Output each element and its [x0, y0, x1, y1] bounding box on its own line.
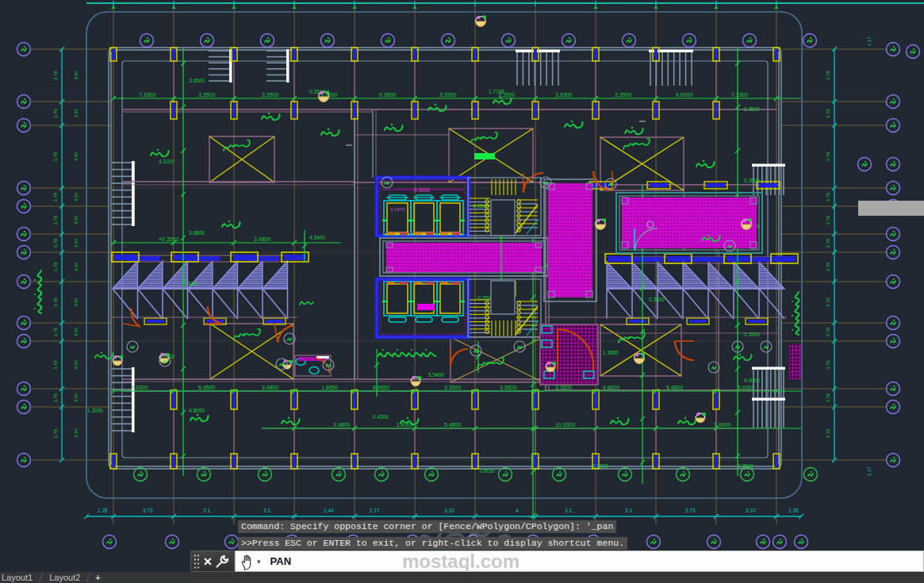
svg-text:3.3500: 3.3500 — [555, 385, 573, 390]
svg-text:0.3500: 0.3500 — [744, 178, 760, 183]
svg-text:4.8000: 4.8000 — [189, 408, 205, 413]
svg-text:4...: 4... — [516, 508, 523, 513]
svg-text:3.79: 3.79 — [53, 109, 58, 118]
svg-text:1.3650: 1.3650 — [603, 350, 619, 355]
svg-text:3.10: 3.10 — [746, 508, 756, 513]
svg-text:0.3500: 0.3500 — [744, 106, 760, 112]
svg-text:1.3000: 1.3000 — [87, 408, 103, 413]
svg-text:+0.3500: +0.3500 — [159, 236, 179, 242]
svg-text:8.84: 8.84 — [74, 263, 79, 271]
svg-text:3.79: 3.79 — [53, 360, 58, 370]
svg-text:8.84: 8.84 — [74, 297, 79, 306]
svg-text:3.1.: 3.1. — [263, 508, 272, 513]
svg-text:5.4800: 5.4800 — [666, 385, 684, 390]
svg-text:8.84: 8.84 — [74, 216, 79, 224]
svg-text:3.79: 3.79 — [53, 71, 58, 80]
svg-text:3.6500: 3.6500 — [189, 78, 205, 83]
svg-text:5.0000: 5.0000 — [414, 187, 430, 193]
svg-text:1.8650: 1.8650 — [321, 385, 339, 390]
svg-text:3.3300: 3.3300 — [555, 92, 573, 98]
svg-text:5.9300: 5.9300 — [738, 385, 755, 390]
svg-text:3.79: 3.79 — [826, 297, 830, 307]
svg-text:3.73: 3.73 — [143, 508, 153, 513]
svg-text:8.84: 8.84 — [74, 429, 79, 438]
svg-text:3.79: 3.79 — [826, 238, 830, 247]
svg-text:3.1.: 3.1. — [203, 508, 212, 513]
svg-text:3.79: 3.79 — [53, 327, 58, 336]
svg-text:3.3500: 3.3500 — [198, 92, 216, 98]
svg-text:4.3.00: 4.3.00 — [159, 159, 173, 164]
svg-text:4.0000: 4.0000 — [744, 378, 760, 383]
svg-text:3.79: 3.79 — [826, 262, 830, 271]
svg-text:0.4300: 0.4300 — [373, 414, 389, 420]
svg-text:3.6650: 3.6650 — [479, 468, 495, 474]
svg-text:3.79: 3.79 — [826, 109, 830, 118]
svg-text:1.28: 1.28 — [98, 508, 108, 513]
svg-text:0.3500: 0.3500 — [744, 332, 760, 337]
svg-text:3.79: 3.79 — [53, 192, 58, 201]
svg-text:3.79: 3.79 — [53, 297, 58, 307]
svg-text:3.79: 3.79 — [826, 215, 830, 224]
svg-text:8.84: 8.84 — [74, 152, 79, 161]
svg-text:3.79: 3.79 — [53, 152, 58, 161]
svg-text:3.3500: 3.3500 — [262, 92, 279, 98]
svg-text:8.84: 8.84 — [74, 71, 79, 79]
svg-text:3.3500: 3.3500 — [500, 385, 517, 390]
svg-text:8.84: 8.84 — [74, 328, 79, 336]
svg-text:-0.3500: -0.3500 — [591, 463, 608, 469]
svg-text:3.1.: 3.1. — [625, 508, 634, 513]
svg-text:3.79: 3.79 — [53, 428, 58, 438]
svg-text:8.8650: 8.8650 — [373, 385, 390, 390]
svg-text:5.4800: 5.4800 — [444, 422, 462, 428]
svg-text:4.8600: 4.8600 — [603, 385, 620, 390]
svg-text:3.79: 3.79 — [826, 393, 830, 402]
svg-text:3.9000: 3.9000 — [714, 422, 731, 428]
svg-text:3.79: 3.79 — [826, 192, 830, 201]
svg-text:3.79: 3.79 — [53, 393, 58, 402]
svg-text:3.4800: 3.4800 — [333, 422, 351, 428]
svg-text:3.3500: 3.3500 — [439, 92, 457, 98]
svg-text:3.6800: 3.6800 — [189, 230, 205, 236]
svg-text:7.3300: 7.3300 — [131, 385, 148, 390]
svg-text:1.17: 1.17 — [867, 466, 872, 476]
svg-text:1.3000: 1.3000 — [182, 281, 198, 286]
svg-text:7.3300: 7.3300 — [731, 92, 749, 98]
svg-text:5.5400: 5.5400 — [428, 372, 444, 378]
svg-text:1.17: 1.17 — [867, 36, 872, 46]
svg-text:5.3500: 5.3500 — [198, 385, 216, 390]
svg-text:3.10: 3.10 — [444, 508, 454, 513]
svg-text:1.28: 1.28 — [788, 508, 799, 513]
svg-text:8.84: 8.84 — [74, 360, 79, 369]
svg-text:3.79: 3.79 — [826, 428, 830, 438]
svg-text:8.84: 8.84 — [74, 239, 79, 247]
svg-text:10.9300: 10.9300 — [555, 422, 575, 428]
svg-text:3.3500: 3.3500 — [444, 385, 462, 390]
svg-text:3.1.: 3.1. — [565, 508, 573, 513]
svg-text:3.79: 3.79 — [826, 327, 830, 336]
svg-text:2.17: 2.17 — [370, 508, 380, 513]
svg-text:3.79: 3.79 — [53, 262, 58, 271]
svg-text:8.84: 8.84 — [74, 193, 79, 201]
svg-text:8.84: 8.84 — [74, 109, 79, 117]
svg-text:1.7745: 1.7745 — [489, 89, 504, 94]
svg-text:3.1970: 3.1970 — [390, 207, 405, 212]
svg-text:4.5400: 4.5400 — [309, 235, 325, 240]
svg-text:3.4800: 3.4800 — [254, 236, 271, 242]
svg-text:3.79: 3.79 — [53, 238, 58, 247]
svg-text:3.79: 3.79 — [826, 360, 830, 370]
svg-text:0.3500: 0.3500 — [649, 297, 665, 302]
svg-text:8.84: 8.84 — [74, 393, 79, 402]
svg-text:3.3500: 3.3500 — [615, 92, 632, 98]
svg-text:3.73: 3.73 — [685, 508, 696, 513]
svg-text:1.44: 1.44 — [324, 508, 334, 513]
svg-text:3.79: 3.79 — [826, 152, 830, 161]
svg-text:0.3500: 0.3500 — [379, 92, 397, 98]
svg-text:3.79: 3.79 — [826, 71, 830, 80]
svg-text:6.0000: 6.0000 — [676, 92, 693, 98]
svg-text:3.4800: 3.4800 — [262, 385, 279, 390]
svg-text:7.3300: 7.3300 — [139, 92, 156, 98]
svg-text:3.79: 3.79 — [53, 215, 58, 224]
